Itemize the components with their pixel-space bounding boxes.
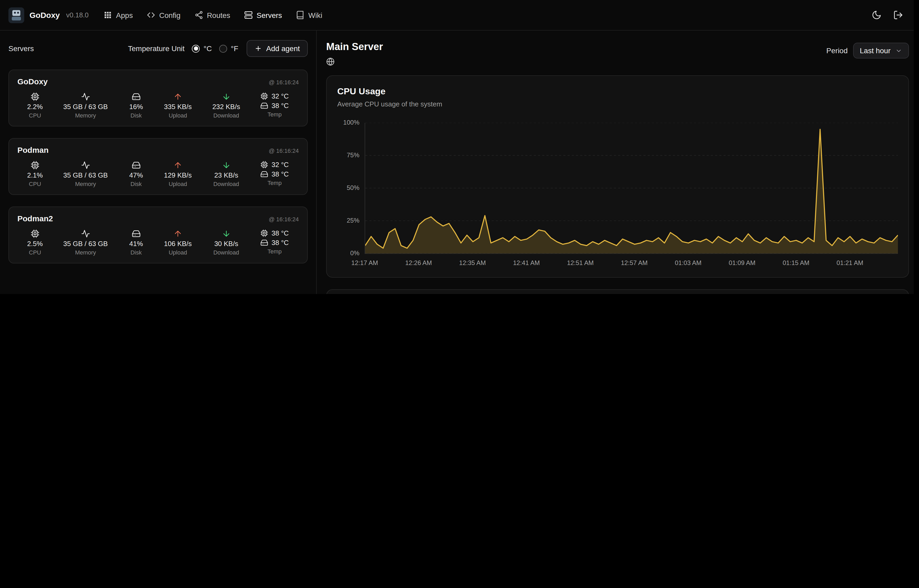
stat-disk: 47% Disk (119, 161, 154, 187)
stat-temp: 32 °C 38 °C Temp (250, 92, 299, 118)
server-timestamp: @ 16:16:24 (269, 147, 299, 154)
stat-cpu: 2.1% CPU (18, 161, 53, 187)
arrow-up-icon (173, 161, 183, 170)
cpu-temp-row: 32 °C (260, 92, 289, 100)
period-dropdown[interactable]: Last hour (853, 43, 909, 58)
cpu-chip-icon (31, 229, 40, 238)
nav-item-config[interactable]: Config (147, 11, 181, 19)
plus-icon (255, 45, 262, 52)
content-area: Servers Temperature Unit °C °F (0, 31, 919, 294)
temperature-unit-label: Temperature Unit (128, 44, 185, 53)
upload-label: Upload (169, 249, 187, 255)
upload-value: 106 KB/s (164, 240, 192, 248)
arrow-down-icon (222, 92, 231, 101)
memory-label: Memory (75, 112, 96, 118)
stat-temp: 32 °C 38 °C Temp (250, 161, 299, 187)
period-value: Last hour (860, 46, 890, 55)
download-label: Download (213, 181, 239, 187)
chart-subtitle: Average CPU usage of the system (337, 100, 898, 108)
servers-panel: Servers Temperature Unit °C °F (0, 31, 317, 294)
nav-item-label: Servers (257, 11, 282, 19)
x-axis-tick: 01:21 AM (837, 259, 863, 267)
stat-memory: 35 GB / 63 GB Memory (53, 92, 119, 118)
disk-temp-row: 38 °C (260, 102, 289, 110)
godoxy-logo (8, 7, 24, 23)
unit-celsius-radio[interactable]: °C (192, 44, 212, 53)
nav-item-routes[interactable]: Routes (194, 11, 230, 19)
unit-celsius-label: °C (204, 44, 212, 53)
navbar-actions (872, 10, 911, 20)
unit-fahrenheit-radio[interactable]: °F (219, 44, 238, 53)
stat-download: 232 KB/s Download (202, 92, 250, 118)
server-card-list: GoDoxy @ 16:16:24 2.2% CPU 35 GB / 63 GB (8, 69, 308, 263)
stat-upload: 335 KB/s Upload (153, 92, 202, 118)
nav-item-servers[interactable]: Servers (244, 11, 282, 19)
cpu-value: 2.5% (27, 240, 43, 248)
server-name: Podman2 (18, 214, 53, 223)
cpu-usage-chart-card: CPU Usage Average CPU usage of the syste… (326, 75, 909, 278)
app-root: GoDoxy v0.18.0 Apps Config Routes (0, 0, 919, 294)
upload-label: Upload (169, 181, 187, 187)
nav-item-wiki[interactable]: Wiki (296, 11, 322, 19)
stat-download: 30 KB/s Download (202, 229, 250, 255)
y-axis-tick: 100% (343, 120, 359, 126)
disk-temp-value: 38 °C (271, 102, 289, 110)
server-timestamp: @ 16:16:24 (269, 79, 299, 86)
temp-label: Temp (267, 180, 282, 186)
arrow-up-icon (173, 92, 183, 101)
main-panel: Main Server Period Last hour (317, 31, 919, 294)
nav-item-label: Apps (116, 11, 133, 19)
x-axis-tick: 01:03 AM (675, 259, 701, 267)
stat-cpu: 2.5% CPU (18, 229, 53, 255)
server-card[interactable]: GoDoxy @ 16:16:24 2.2% CPU 35 GB / 63 GB (8, 69, 308, 126)
y-axis-tick: 25% (347, 217, 359, 224)
brand-name: GoDoxy (29, 11, 60, 19)
x-axis-tick: 01:15 AM (783, 259, 809, 267)
cpu-chart: 100%75%50%25%0% (337, 123, 898, 254)
hard-drive-icon (260, 102, 268, 110)
temp-label: Temp (267, 111, 282, 118)
server-card[interactable]: Podman @ 16:16:24 2.1% CPU 35 GB / 63 GB (8, 138, 308, 195)
servers-panel-title: Servers (8, 44, 34, 53)
stat-upload: 129 KB/s Upload (153, 161, 202, 187)
unit-fahrenheit-label: °F (231, 44, 238, 53)
download-value: 30 KB/s (214, 240, 238, 248)
hard-drive-icon (260, 170, 268, 178)
hard-drive-icon (132, 92, 141, 101)
nav-item-label: Config (159, 11, 181, 19)
disk-value: 41% (129, 240, 143, 248)
cpu-value: 2.1% (27, 171, 43, 179)
download-label: Download (213, 112, 239, 118)
server-card[interactable]: Podman2 @ 16:16:24 2.5% CPU 35 GB / 63 G… (8, 207, 308, 263)
disk-label: Disk (131, 181, 142, 187)
grid-icon (103, 11, 112, 19)
disk-temp-value: 38 °C (271, 170, 289, 178)
server-name: Podman (18, 145, 48, 154)
nav-item-apps[interactable]: Apps (103, 11, 133, 19)
stat-upload: 106 KB/s Upload (153, 229, 202, 255)
server-card-header: Podman @ 16:16:24 (18, 145, 299, 154)
activity-icon (81, 92, 90, 101)
brand[interactable]: GoDoxy v0.18.0 (8, 7, 89, 23)
disk-label: Disk (131, 249, 142, 255)
stat-download: 23 KB/s Download (202, 161, 250, 187)
x-axis-tick: 12:17 AM (351, 259, 378, 267)
add-agent-button[interactable]: Add agent (247, 40, 308, 57)
x-axis-tick: 12:26 AM (405, 259, 432, 267)
memory-label: Memory (75, 249, 96, 255)
cpu-temp-value: 38 °C (271, 229, 289, 237)
server-card-header: GoDoxy @ 16:16:24 (18, 77, 299, 86)
memory-value: 35 GB / 63 GB (63, 240, 108, 248)
brand-version: v0.18.0 (66, 11, 89, 19)
globe-icon[interactable] (326, 57, 334, 66)
navbar-menu: Apps Config Routes Servers (103, 11, 322, 19)
disk-label: Disk (131, 112, 142, 118)
upload-value: 335 KB/s (164, 103, 192, 111)
collapse-strip: ❮ (914, 0, 919, 294)
cpu-plot-area[interactable] (365, 123, 898, 254)
logout-icon[interactable] (893, 10, 903, 20)
theme-toggle-moon-icon[interactable] (872, 10, 882, 20)
upload-label: Upload (169, 112, 187, 118)
cpu-temp-value: 32 °C (271, 161, 289, 169)
x-axis-tick: 12:41 AM (513, 259, 539, 267)
